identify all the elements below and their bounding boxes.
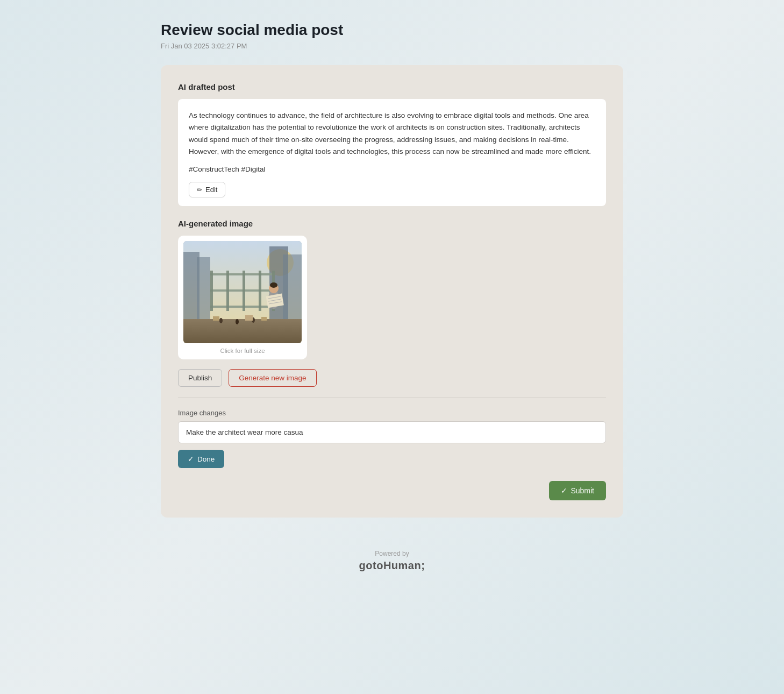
svg-rect-11 [243, 271, 245, 311]
svg-rect-18 [213, 316, 219, 321]
done-button[interactable]: ✓ Done [178, 450, 224, 468]
edit-button-label: Edit [205, 186, 217, 194]
svg-point-23 [270, 282, 277, 288]
section-divider [178, 398, 606, 398]
brand-name-text: gotoHuman; [359, 560, 425, 571]
svg-rect-9 [210, 271, 213, 311]
image-changes-input[interactable] [178, 421, 606, 443]
post-content-box: As technology continues to advance, the … [178, 99, 606, 206]
submit-button[interactable]: ✓ Submit [549, 481, 606, 500]
svg-point-16 [236, 319, 239, 324]
powered-by-text: Powered by [161, 550, 623, 557]
footer: Powered by gotoHuman; [161, 550, 623, 572]
page-timestamp: Fri Jan 03 2025 3:02:27 PM [161, 42, 623, 50]
svg-rect-12 [259, 271, 261, 311]
svg-point-15 [219, 318, 223, 323]
generate-new-image-button[interactable]: Generate new image [229, 369, 316, 387]
svg-rect-14 [183, 319, 302, 343]
publish-button[interactable]: Publish [178, 369, 222, 387]
ai-drafted-section-title: AI drafted post [178, 82, 606, 91]
ai-image-section: AI-generated image [178, 219, 606, 369]
post-text: As technology continues to advance, the … [189, 110, 595, 158]
post-hashtags: #ConstructTech #Digital [189, 165, 595, 173]
svg-rect-20 [261, 317, 267, 321]
done-button-label: Done [197, 455, 215, 463]
ai-image-section-title: AI-generated image [178, 219, 606, 228]
action-row: Publish Generate new image [178, 369, 606, 387]
page-title: Review social media post [161, 22, 623, 39]
image-changes-label: Image changes [178, 409, 606, 417]
submit-check-icon: ✓ [561, 486, 567, 495]
main-card: AI drafted post As technology continues … [161, 65, 623, 518]
page-wrapper: Review social media post Fri Jan 03 2025… [161, 22, 623, 572]
submit-button-label: Submit [571, 486, 594, 495]
image-caption: Click for full size [183, 348, 302, 354]
svg-rect-10 [226, 271, 229, 311]
pencil-icon: ✏ [197, 186, 202, 194]
image-changes-section: Image changes ✓ Done [178, 409, 606, 468]
generated-image[interactable] [183, 241, 302, 343]
svg-rect-5 [283, 254, 302, 327]
edit-button[interactable]: ✏ Edit [189, 182, 225, 197]
svg-rect-19 [245, 315, 253, 321]
brand-name: gotoHuman; [161, 560, 623, 572]
image-card[interactable]: Click for full size [178, 236, 307, 359]
submit-row: ✓ Submit [178, 481, 606, 500]
check-icon: ✓ [188, 455, 194, 463]
svg-rect-3 [197, 257, 210, 327]
